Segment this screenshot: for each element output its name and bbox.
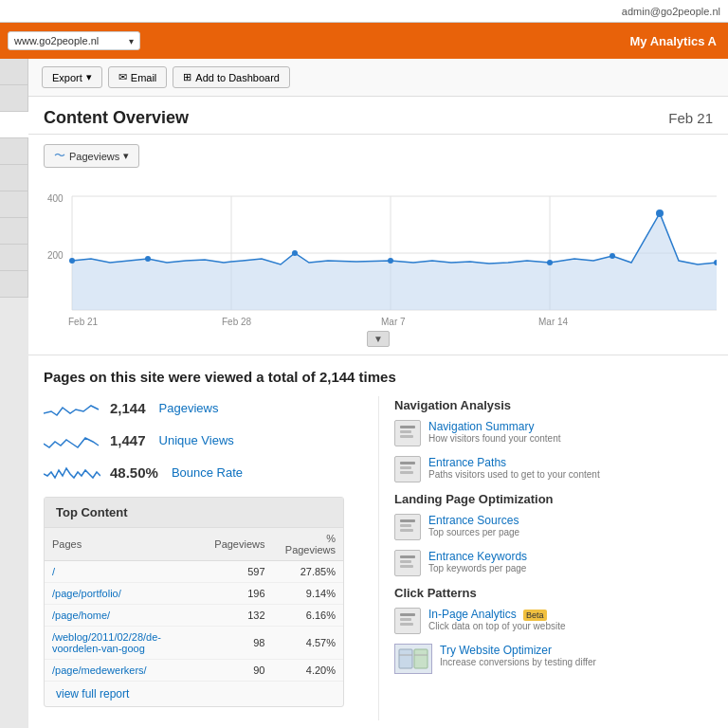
- scroll-down-btn[interactable]: ▼: [367, 331, 390, 347]
- svg-text:Feb 21: Feb 21: [68, 317, 99, 327]
- svg-rect-29: [400, 524, 411, 527]
- pageviews-cell: 196: [207, 583, 272, 605]
- svg-rect-37: [399, 649, 412, 668]
- sidebar-item-7[interactable]: [0, 218, 28, 245]
- pageviews-cell: 597: [207, 561, 272, 583]
- entrance-keywords-icon: [394, 550, 421, 576]
- svg-rect-26: [400, 466, 411, 469]
- stats-section: Pages on this site were viewed a total o…: [28, 355, 728, 728]
- page-link[interactable]: /page/portfolio/: [52, 588, 121, 599]
- svg-point-20: [656, 209, 664, 217]
- entrance-sources-link[interactable]: Entrance Sources: [428, 514, 519, 527]
- page-title: Content Overview: [44, 108, 189, 128]
- page-cell: /page/portfolio/: [45, 583, 207, 605]
- optimizer-link[interactable]: Try Website Optimizer: [440, 644, 596, 657]
- pageviews-cell: 90: [207, 660, 272, 682]
- svg-rect-31: [400, 555, 415, 558]
- entrance-sources-desc: Top sources per page: [428, 527, 519, 537]
- url-selector[interactable]: www.go2people.nl ▾: [8, 31, 140, 50]
- in-page-analytics-desc: Click data on top of your website: [428, 621, 566, 631]
- url-value: www.go2people.nl: [14, 35, 99, 46]
- table-row: /page/home/ 132 6.16%: [45, 605, 343, 627]
- table-row: /weblog/2011/02/28/de-voordelen-van-goog…: [45, 627, 343, 660]
- sidebar-item-8[interactable]: [0, 245, 28, 271]
- table-row: / 597 27.85%: [45, 561, 343, 583]
- svg-rect-27: [400, 471, 413, 474]
- svg-point-15: [145, 256, 151, 262]
- chart-area: 〜 Pageviews ▾ 400 200: [28, 135, 728, 355]
- stat-row-bounce: 48.50% Bounce Rate: [44, 461, 359, 483]
- content-header: Content Overview Feb 21: [28, 97, 728, 135]
- entrance-sources-text: Entrance Sources Top sources per page: [428, 514, 519, 537]
- in-page-analytics-link[interactable]: In-Page Analytics Beta: [428, 608, 566, 621]
- entrance-paths-link[interactable]: Entrance Paths: [428, 456, 600, 469]
- sidebar-item-4[interactable]: [0, 138, 28, 165]
- page-cell: /page/medewerkers/: [45, 660, 207, 682]
- page-link[interactable]: /weblog/2011/02/28/de-voordelen-van-goog: [52, 631, 161, 654]
- entrance-keywords-link[interactable]: Entrance Keywords: [428, 550, 527, 563]
- page-link[interactable]: /page/home/: [52, 610, 110, 621]
- export-dropdown-icon: ▾: [86, 71, 92, 83]
- entrance-keywords-text: Entrance Keywords Top keywords per page: [428, 550, 527, 573]
- svg-text:200: 200: [47, 250, 64, 261]
- pageviews-chart: 400 200 Feb 21 Feb 28 Mar 7 Mar 14: [44, 175, 713, 347]
- dropdown-arrow-icon: ▾: [129, 36, 134, 46]
- beta-badge: Beta: [523, 610, 547, 621]
- dashboard-label: Add to Dashboard: [195, 72, 280, 83]
- nav-analysis-panel: Navigation Analysis Navigation Summary: [378, 396, 713, 720]
- nav-bar: www.go2people.nl ▾ My Analytics A: [0, 23, 728, 59]
- in-page-analytics-text: In-Page Analytics Beta Click data on top…: [428, 608, 566, 631]
- chart-scrollbar[interactable]: ▼: [44, 327, 713, 347]
- stats-left: 2,144 Pageviews 1,447 Unique Views: [44, 396, 378, 720]
- pct-cell: 27.85%: [273, 561, 344, 583]
- email-button[interactable]: ✉ Email: [108, 66, 168, 88]
- unique-views-sparkline: [44, 428, 100, 451]
- nav-summary-link[interactable]: Navigation Summary: [428, 420, 561, 433]
- entrance-paths-text: Entrance Paths Paths visitors used to ge…: [428, 456, 600, 480]
- pct-cell: 4.20%: [273, 660, 344, 682]
- nav-summary-item: Navigation Summary How visitors found yo…: [394, 420, 713, 446]
- entrance-paths-icon: [394, 456, 421, 482]
- sidebar-item-9[interactable]: [0, 271, 28, 298]
- entrance-sources-item: Entrance Sources Top sources per page: [394, 514, 713, 540]
- pageviews-link[interactable]: Pageviews: [159, 401, 219, 415]
- svg-text:Feb 28: Feb 28: [222, 317, 252, 327]
- metric-button[interactable]: 〜 Pageviews ▾: [44, 144, 139, 168]
- pct-cell: 4.57%: [273, 627, 344, 660]
- export-button[interactable]: Export ▾: [42, 66, 102, 88]
- page-cell: /page/home/: [45, 605, 207, 627]
- optimizer-icon: [394, 644, 432, 674]
- nav-analysis-title: Navigation Analysis: [394, 398, 713, 412]
- dashboard-icon: ⊞: [183, 71, 191, 83]
- sidebar-item-3[interactable]: [0, 112, 28, 138]
- sidebar-item-2[interactable]: [0, 85, 28, 112]
- page-link[interactable]: /: [52, 566, 55, 577]
- optimizer-text: Try Website Optimizer Increase conversio…: [440, 644, 596, 667]
- svg-rect-35: [400, 618, 411, 621]
- svg-point-17: [388, 258, 393, 264]
- user-email: admin@go2people.nl: [622, 6, 720, 17]
- svg-text:400: 400: [47, 193, 64, 204]
- stats-headline: Pages on this site were viewed a total o…: [44, 369, 713, 385]
- svg-text:Mar 14: Mar 14: [538, 317, 569, 327]
- top-content-section: Top Content Pages Pageviews % Pageviews …: [44, 497, 344, 707]
- svg-rect-28: [400, 519, 415, 522]
- sidebar-item-6[interactable]: [0, 191, 28, 218]
- svg-point-18: [547, 260, 553, 265]
- bounce-rate-link[interactable]: Bounce Rate: [172, 465, 243, 480]
- in-page-analytics-icon: [394, 608, 421, 634]
- toolbar: Export ▾ ✉ Email ⊞ Add to Dashboard: [28, 59, 728, 97]
- unique-views-link[interactable]: Unique Views: [159, 433, 234, 447]
- svg-text:Mar 7: Mar 7: [381, 317, 406, 327]
- stat-row-pageviews: 2,144 Pageviews: [44, 396, 359, 419]
- metric-dropdown-icon: ▾: [123, 150, 129, 162]
- optimizer-desc: Increase conversions by testing differ: [440, 657, 596, 667]
- pageviews-value: 2,144: [110, 400, 146, 416]
- view-full-report-link[interactable]: view full report: [45, 682, 140, 706]
- page-link[interactable]: /page/medewerkers/: [52, 664, 147, 676]
- bounce-rate-value: 48.50%: [110, 464, 158, 481]
- sidebar-item-5[interactable]: [0, 165, 28, 191]
- add-dashboard-button[interactable]: ⊞ Add to Dashboard: [173, 66, 290, 88]
- page-cell: /weblog/2011/02/28/de-voordelen-van-goog: [45, 627, 207, 660]
- sidebar-item-1[interactable]: [0, 59, 28, 85]
